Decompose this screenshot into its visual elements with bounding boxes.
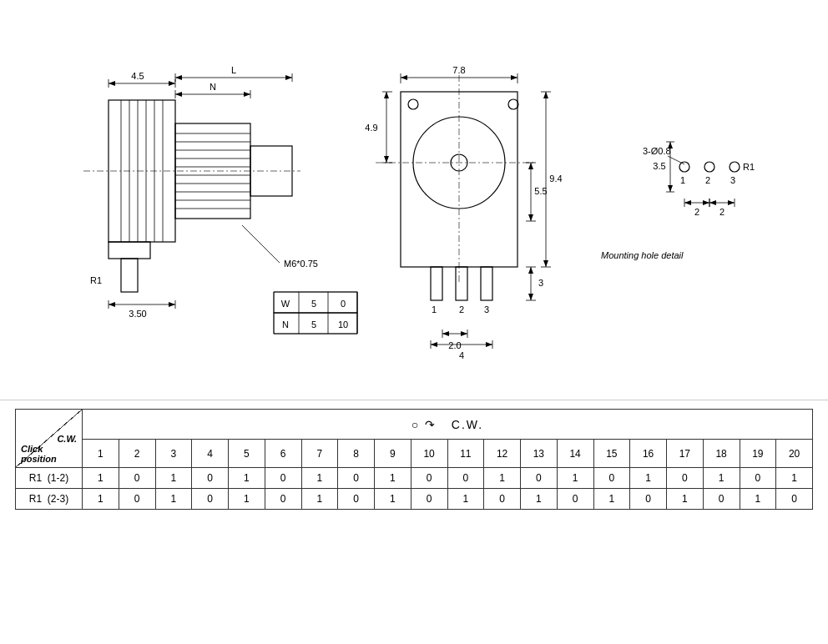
r1-12-value-2: 0 bbox=[119, 468, 155, 489]
svg-marker-26 bbox=[169, 81, 175, 86]
r1-12-value-20: 1 bbox=[776, 468, 813, 489]
position-header-7: 7 bbox=[301, 440, 338, 468]
r1-12-value-3: 1 bbox=[155, 468, 192, 489]
svg-text:10: 10 bbox=[338, 319, 348, 330]
position-header-12: 12 bbox=[484, 440, 521, 468]
svg-marker-38 bbox=[244, 92, 250, 97]
svg-marker-139 bbox=[703, 200, 709, 205]
position-header-18: 18 bbox=[703, 440, 740, 468]
r1-23-value-4: 0 bbox=[192, 489, 229, 510]
svg-text:5: 5 bbox=[311, 319, 316, 330]
position-header-20: 20 bbox=[776, 440, 813, 468]
svg-marker-37 bbox=[175, 92, 182, 97]
svg-marker-82 bbox=[511, 75, 518, 80]
r1-12-value-18: 1 bbox=[703, 468, 740, 489]
svg-text:3: 3 bbox=[730, 175, 735, 185]
click-position-top-label: C.W. bbox=[21, 434, 77, 444]
r1-23-value-16: 0 bbox=[630, 489, 667, 510]
r1-23-value-17: 1 bbox=[667, 489, 704, 510]
r1-23-data-row: R1 (2-3) 10101010101010101010 bbox=[16, 489, 813, 510]
svg-marker-111 bbox=[442, 331, 449, 336]
svg-marker-100 bbox=[543, 260, 548, 267]
svg-marker-145 bbox=[728, 200, 735, 205]
r1-12-value-10: 0 bbox=[411, 468, 447, 489]
svg-text:R1: R1 bbox=[743, 162, 755, 172]
diagonal-header-cell: C.W. Clickposition bbox=[16, 410, 83, 468]
svg-marker-132 bbox=[668, 142, 673, 148]
position-header-1: 1 bbox=[83, 440, 119, 468]
svg-text:N: N bbox=[282, 319, 289, 330]
svg-marker-117 bbox=[431, 342, 437, 347]
svg-marker-81 bbox=[401, 75, 407, 80]
r1-12-value-14: 1 bbox=[557, 468, 593, 489]
r1-23-value-2: 0 bbox=[119, 489, 155, 510]
r1-23-value-13: 1 bbox=[521, 489, 558, 510]
svg-text:3: 3 bbox=[484, 304, 489, 314]
svg-text:2: 2 bbox=[719, 207, 724, 217]
r1-23-value-7: 1 bbox=[301, 489, 338, 510]
click-position-table: C.W. Clickposition ○ ↷ C.W. 123456789101… bbox=[15, 409, 813, 510]
svg-text:Mounting hole detail: Mounting hole detail bbox=[601, 250, 684, 260]
svg-text:9.4: 9.4 bbox=[549, 174, 562, 184]
position-header-14: 14 bbox=[557, 440, 593, 468]
technical-drawing: text { font-family: Arial, sans-serif; f… bbox=[0, 0, 828, 400]
position-header-2: 2 bbox=[119, 440, 155, 468]
positions-header-row: 1234567891011121314151617181920 bbox=[16, 440, 813, 468]
r1-12-value-5: 1 bbox=[229, 468, 265, 489]
svg-point-68 bbox=[408, 99, 418, 109]
r1-23-value-15: 1 bbox=[593, 489, 630, 510]
r1-23-value-19: 1 bbox=[740, 489, 776, 510]
svg-text:2: 2 bbox=[705, 175, 710, 185]
position-header-10: 10 bbox=[411, 440, 447, 468]
r1-12-value-11: 0 bbox=[447, 468, 484, 489]
svg-line-46 bbox=[242, 225, 280, 263]
svg-text:7.8: 7.8 bbox=[452, 65, 465, 75]
svg-text:2: 2 bbox=[459, 304, 464, 314]
click-position-table-area: C.W. Clickposition ○ ↷ C.W. 123456789101… bbox=[0, 400, 828, 518]
position-header-11: 11 bbox=[447, 440, 484, 468]
svg-marker-32 bbox=[285, 75, 292, 80]
r1-12-value-6: 0 bbox=[265, 468, 301, 489]
r1-12-value-13: 0 bbox=[521, 468, 558, 489]
position-header-16: 16 bbox=[630, 440, 667, 468]
r1-23-value-14: 0 bbox=[557, 489, 593, 510]
position-header-9: 9 bbox=[375, 440, 411, 468]
svg-rect-74 bbox=[481, 267, 492, 300]
r1-23-value-3: 1 bbox=[155, 489, 192, 510]
svg-marker-138 bbox=[684, 200, 691, 205]
svg-marker-93 bbox=[528, 163, 533, 169]
r1-12-value-15: 0 bbox=[593, 468, 630, 489]
r1-12-value-4: 0 bbox=[192, 468, 229, 489]
svg-marker-94 bbox=[528, 214, 533, 221]
svg-marker-31 bbox=[175, 75, 182, 80]
position-header-4: 4 bbox=[192, 440, 229, 468]
r1-12-value-17: 0 bbox=[667, 468, 704, 489]
svg-text:3.5: 3.5 bbox=[653, 161, 665, 171]
diagram-area: text { font-family: Arial, sans-serif; f… bbox=[0, 0, 828, 400]
position-header-6: 6 bbox=[265, 440, 301, 468]
position-header-5: 5 bbox=[229, 440, 265, 468]
position-header-19: 19 bbox=[740, 440, 776, 468]
svg-point-121 bbox=[704, 162, 714, 172]
cw-symbol-cell: ○ ↷ C.W. bbox=[83, 410, 813, 440]
r1-12-value-9: 1 bbox=[375, 468, 411, 489]
r1-23-value-20: 0 bbox=[776, 489, 813, 510]
svg-marker-25 bbox=[109, 81, 115, 86]
svg-text:2.0: 2.0 bbox=[448, 340, 461, 350]
svg-rect-72 bbox=[431, 267, 442, 300]
r1-23-value-10: 0 bbox=[411, 489, 447, 510]
svg-text:1: 1 bbox=[680, 175, 685, 185]
click-position-bottom-label: Clickposition bbox=[21, 444, 77, 464]
svg-marker-144 bbox=[709, 200, 716, 205]
svg-point-69 bbox=[508, 99, 518, 109]
r1-12-label: R1 (1-2) bbox=[16, 468, 83, 489]
svg-marker-105 bbox=[528, 267, 533, 274]
svg-marker-44 bbox=[169, 302, 175, 307]
r1-23-value-11: 1 bbox=[447, 489, 484, 510]
position-header-3: 3 bbox=[155, 440, 192, 468]
r1-12-value-1: 1 bbox=[83, 468, 119, 489]
svg-marker-118 bbox=[486, 342, 492, 347]
svg-marker-112 bbox=[461, 331, 467, 336]
svg-marker-106 bbox=[528, 294, 533, 300]
svg-marker-99 bbox=[543, 92, 548, 98]
